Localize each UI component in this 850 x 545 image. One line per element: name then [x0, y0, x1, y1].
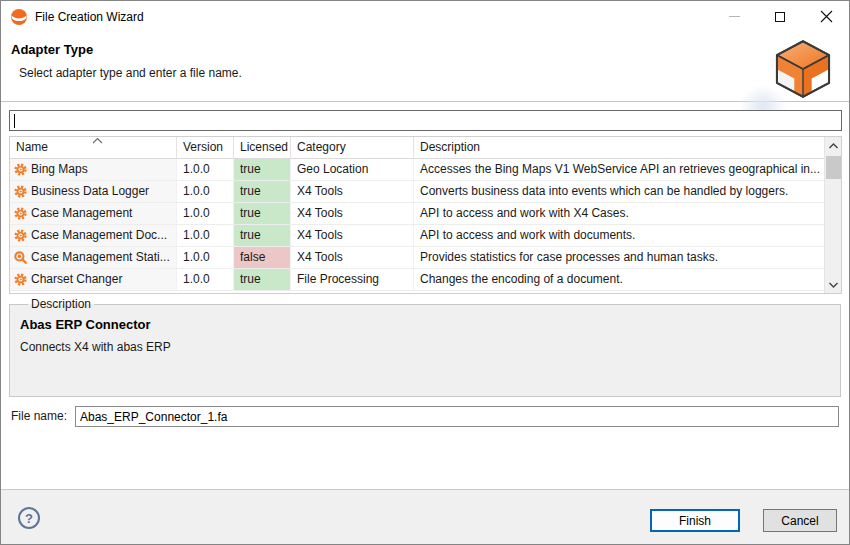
text-caret	[14, 114, 15, 128]
adapter-magnifier-icon	[13, 250, 28, 265]
chevron-down-icon	[829, 282, 838, 288]
scroll-down-button[interactable]	[825, 276, 842, 293]
description-cell: Converts business data into events which…	[414, 181, 841, 202]
table-row[interactable]: Business Data Logger 1.0.0 true X4 Tools…	[10, 181, 841, 203]
minimize-icon	[729, 16, 740, 17]
version-cell: 1.0.0	[177, 181, 234, 202]
adapter-name-cell: Charset Changer	[10, 269, 177, 290]
table-row[interactable]: Case Management Doc... 1.0.0 true X4 Too…	[10, 225, 841, 247]
app-logo-icon	[10, 8, 28, 26]
adapter-table: Name Version Licensed Category Descripti…	[9, 136, 842, 294]
close-icon	[820, 10, 833, 23]
button-bar: ? Finish Cancel	[1, 489, 849, 545]
adapter-name-cell: Case Management Doc...	[10, 225, 177, 246]
licensed-cell: false	[234, 247, 291, 268]
table-scrollbar[interactable]	[824, 137, 841, 293]
scroll-up-button[interactable]	[825, 137, 842, 154]
version-cell: 1.0.0	[177, 225, 234, 246]
adapter-name: Case Management Doc...	[31, 225, 167, 246]
description-cell: Accesses the Bing Maps V1 WebService API…	[414, 159, 841, 180]
licensed-cell: true	[234, 203, 291, 224]
description-cell: Changes the encoding of a document.	[414, 269, 841, 290]
category-cell: X4 Tools	[291, 203, 414, 224]
adapter-filter-input[interactable]	[10, 111, 841, 130]
category-cell: File Processing	[291, 269, 414, 290]
column-header-version[interactable]: Version	[177, 137, 234, 159]
category-cell: X4 Tools	[291, 225, 414, 246]
adapter-gear-icon	[13, 272, 28, 287]
table-body: Bing Maps 1.0.0 true Geo Location Access…	[10, 159, 841, 291]
selected-adapter-title: Abas ERP Connector	[20, 317, 840, 332]
version-cell: 1.0.0	[177, 203, 234, 224]
table-row[interactable]: Charset Changer 1.0.0 true File Processi…	[10, 269, 841, 291]
description-groupbox: Description Abas ERP Connector Connects …	[9, 297, 841, 397]
adapter-name: Case Management	[31, 203, 132, 224]
adapter-gear-icon	[13, 162, 28, 177]
licensed-cell: true	[234, 269, 291, 290]
licensed-cell: true	[234, 181, 291, 202]
file-creation-wizard-dialog: File Creation Wizard Adapter Type Select…	[0, 0, 850, 545]
column-header-licensed[interactable]: Licensed	[234, 137, 291, 159]
adapter-name: Bing Maps	[31, 159, 88, 180]
column-header-description[interactable]: Description	[414, 137, 841, 159]
question-mark-icon: ?	[25, 511, 33, 526]
window-title: File Creation Wizard	[35, 1, 144, 33]
description-cell: API to access and work with documents.	[414, 225, 841, 246]
category-cell: Geo Location	[291, 159, 414, 180]
category-cell: X4 Tools	[291, 247, 414, 268]
maximize-icon	[775, 12, 785, 22]
table-row[interactable]: Bing Maps 1.0.0 true Geo Location Access…	[10, 159, 841, 181]
close-button[interactable]	[802, 1, 850, 32]
x4-cube-logo-icon	[765, 36, 841, 102]
column-header-category[interactable]: Category	[291, 137, 414, 159]
table-row[interactable]: Case Management 1.0.0 true X4 Tools API …	[10, 203, 841, 225]
licensed-cell: true	[234, 225, 291, 246]
page-title: Adapter Type	[11, 42, 93, 57]
adapter-name-cell: Bing Maps	[10, 159, 177, 180]
adapter-gear-icon	[13, 184, 28, 199]
file-name-label: File name:	[11, 406, 67, 427]
adapter-name-cell: Business Data Logger	[10, 181, 177, 202]
scrollbar-thumb[interactable]	[826, 156, 841, 179]
page-subtitle: Select adapter type and enter a file nam…	[19, 66, 242, 80]
sort-ascending-icon	[92, 137, 103, 144]
version-cell: 1.0.0	[177, 159, 234, 180]
category-cell: X4 Tools	[291, 181, 414, 202]
finish-button[interactable]: Finish	[650, 509, 740, 532]
help-button[interactable]: ?	[18, 507, 40, 529]
table-header-row: Name Version Licensed Category Descripti…	[10, 137, 841, 159]
maximize-button[interactable]	[757, 1, 802, 32]
description-cell: API to access and work with X4 Cases.	[414, 203, 841, 224]
column-header-name[interactable]: Name	[10, 137, 177, 159]
wizard-header: Adapter Type Select adapter type and ent…	[1, 33, 849, 102]
adapter-name-cell: Case Management Stati...	[10, 247, 177, 268]
selected-adapter-description: Connects X4 with abas ERP	[20, 340, 840, 354]
adapter-name: Business Data Logger	[31, 181, 149, 202]
table-row[interactable]: Case Management Stati... 1.0.0 false X4 …	[10, 247, 841, 269]
adapter-name: Charset Changer	[31, 269, 122, 290]
title-bar[interactable]: File Creation Wizard	[1, 1, 849, 33]
chevron-up-icon	[829, 143, 838, 149]
adapter-gear-icon	[13, 206, 28, 221]
adapter-gear-icon	[13, 228, 28, 243]
version-cell: 1.0.0	[177, 269, 234, 290]
adapter-name: Case Management Stati...	[31, 247, 170, 268]
adapter-name-cell: Case Management	[10, 203, 177, 224]
file-name-box	[75, 406, 839, 427]
cancel-button[interactable]: Cancel	[763, 509, 837, 532]
version-cell: 1.0.0	[177, 247, 234, 268]
licensed-cell: true	[234, 159, 291, 180]
file-name-input[interactable]	[76, 407, 838, 426]
minimize-button[interactable]	[712, 1, 757, 32]
adapter-filter-box	[9, 110, 842, 131]
description-cell: Provides statistics for case processes a…	[414, 247, 841, 268]
description-legend: Description	[28, 297, 94, 311]
